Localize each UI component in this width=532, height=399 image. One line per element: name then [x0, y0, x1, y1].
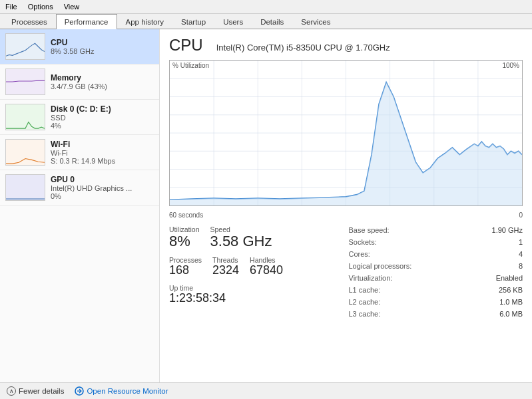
uptime-stat: Up time 1:23:58:34 — [169, 284, 344, 305]
sidebar-item-memory[interactable]: Memory 3.4/7.9 GB (43%) — [0, 65, 159, 100]
content-area: CPU 8% 3.58 GHz Memory 3.4/7.9 GB (43%) — [0, 29, 532, 382]
cpu-thumbnail — [5, 33, 45, 60]
menubar: File Options View — [0, 0, 532, 14]
gpu-info: GPU 0 Intel(R) UHD Graphics ... 0% — [51, 175, 154, 200]
menu-view[interactable]: View — [61, 1, 83, 12]
cpu-title: CPU — [169, 36, 203, 55]
base-speed-key: Base speed: — [349, 226, 390, 234]
l2-val: 1.0 MB — [499, 298, 523, 306]
base-speed-val: 1.90 GHz — [492, 226, 523, 234]
sidebar-item-gpu[interactable]: GPU 0 Intel(R) UHD Graphics ... 0% — [0, 170, 159, 205]
tab-startup[interactable]: Startup — [172, 14, 214, 29]
wifi-thumbnail — [5, 139, 45, 166]
tab-performance[interactable]: Performance — [56, 14, 117, 29]
open-resource-monitor-button[interactable]: Open Resource Monitor — [75, 386, 168, 396]
l3-row: L3 cache: 6.0 MB — [349, 309, 523, 319]
l1-key: L1 cache: — [349, 286, 381, 294]
cores-key: Cores: — [349, 250, 370, 258]
chart-svg — [170, 61, 522, 205]
sidebar-item-disk[interactable]: Disk 0 (C: D: E:) SSD 4% — [0, 100, 159, 135]
cpu-label: CPU — [51, 38, 154, 47]
monitor-icon — [75, 386, 84, 396]
fewer-details-icon: ∧ — [7, 386, 16, 396]
threads-stat: Threads 2324 — [212, 256, 239, 277]
task-manager-window: File Options View Processes Performance … — [0, 0, 532, 399]
l2-key: L2 cache: — [349, 298, 381, 306]
cores-val: 4 — [519, 250, 523, 258]
menu-file[interactable]: File — [3, 1, 20, 12]
cpu-header: CPU Intel(R) Core(TM) i5-8350U CPU @ 1.7… — [169, 36, 523, 55]
memory-info: Memory 3.4/7.9 GB (43%) — [51, 73, 154, 90]
l2-row: L2 cache: 1.0 MB — [349, 297, 523, 307]
l1-row: L1 cache: 256 KB — [349, 285, 523, 295]
fewer-details-label: Fewer details — [19, 387, 64, 395]
gpu-detail2: 0% — [51, 192, 154, 200]
logical-val: 8 — [519, 262, 523, 270]
wifi-info: Wi-Fi Wi-Fi S: 0.3 R: 14.9 Mbps — [51, 140, 154, 165]
tab-details[interactable]: Details — [252, 14, 292, 29]
stats-left: Utilization 8% Speed 3.58 GHz Processes … — [169, 225, 344, 319]
wifi-detail2: S: 0.3 R: 14.9 Mbps — [51, 157, 154, 165]
chart-footer: 60 seconds 0 — [169, 211, 523, 219]
disk-label: Disk 0 (C: D: E:) — [51, 104, 154, 114]
disk-thumbnail — [5, 104, 45, 130]
stats-right: Base speed: 1.90 GHz Sockets: 1 Cores: 4… — [349, 225, 523, 319]
footer: ∧ Fewer details Open Resource Monitor — [0, 382, 532, 399]
speed-value: 3.58 GHz — [210, 233, 272, 249]
virtualization-key: Virtualization: — [349, 274, 393, 282]
tab-bar: Processes Performance App history Startu… — [0, 14, 532, 29]
logical-row: Logical processors: 8 — [349, 261, 523, 271]
wifi-detail1: Wi-Fi — [51, 149, 154, 157]
handles-stat: Handles 67840 — [250, 256, 283, 277]
speed-stat: Speed 3.58 GHz — [210, 225, 272, 249]
l3-key: L3 cache: — [349, 310, 381, 318]
chart-x-label: 60 seconds — [169, 211, 203, 219]
virtualization-val: Enabled — [496, 274, 523, 282]
disk-info: Disk 0 (C: D: E:) SSD 4% — [51, 104, 154, 130]
sidebar-item-cpu[interactable]: CPU 8% 3.58 GHz — [0, 29, 159, 65]
sockets-key: Sockets: — [349, 238, 377, 246]
sidebar: CPU 8% 3.58 GHz Memory 3.4/7.9 GB (43%) — [0, 29, 160, 382]
threads-value: 2324 — [212, 264, 239, 277]
cpu-chart: % Utilization 100% — [169, 60, 523, 206]
tab-app-history[interactable]: App history — [117, 14, 173, 29]
processes-value: 168 — [169, 264, 202, 277]
chart-x-min: 0 — [519, 211, 523, 219]
disk-detail1: SSD — [51, 114, 154, 122]
wifi-label: Wi-Fi — [51, 140, 154, 149]
svg-rect-3 — [6, 140, 45, 165]
disk-detail2: 4% — [51, 122, 154, 130]
proc-threads-group: Processes 168 Threads 2324 Handles 67840 — [169, 256, 344, 277]
virtualization-row: Virtualization: Enabled — [349, 273, 523, 283]
stats-grid: Utilization 8% Speed 3.58 GHz Processes … — [169, 225, 523, 319]
processes-stat: Processes 168 — [169, 256, 202, 277]
fewer-details-button[interactable]: ∧ Fewer details — [7, 386, 64, 396]
sockets-val: 1 — [519, 238, 523, 246]
l3-val: 6.0 MB — [499, 310, 523, 318]
cpu-model: Intel(R) Core(TM) i5-8350U CPU @ 1.70GHz — [216, 43, 390, 53]
tab-users[interactable]: Users — [214, 14, 252, 29]
gpu-label: GPU 0 — [51, 175, 154, 184]
menu-options[interactable]: Options — [25, 1, 56, 12]
logical-key: Logical processors: — [349, 262, 412, 270]
memory-thumbnail — [5, 68, 45, 95]
cpu-info: CPU 8% 3.58 GHz — [51, 38, 154, 55]
utilization-value: 8% — [169, 233, 200, 249]
memory-detail: 3.4/7.9 GB (43%) — [51, 82, 154, 90]
sockets-row: Sockets: 1 — [349, 237, 523, 247]
gpu-thumbnail — [5, 174, 45, 201]
chart-y-max: 100% — [502, 62, 519, 69]
sidebar-item-wifi[interactable]: Wi-Fi Wi-Fi S: 0.3 R: 14.9 Mbps — [0, 135, 159, 170]
tab-processes[interactable]: Processes — [3, 14, 56, 29]
cores-row: Cores: 4 — [349, 249, 523, 259]
chart-y-label: % Utilization — [172, 62, 209, 69]
svg-rect-4 — [6, 175, 45, 200]
svg-rect-2 — [6, 104, 45, 130]
cpu-detail: 8% 3.58 GHz — [51, 47, 154, 55]
gpu-detail1: Intel(R) UHD Graphics ... — [51, 184, 154, 192]
tab-services[interactable]: Services — [292, 14, 339, 29]
uptime-value: 1:23:58:34 — [169, 292, 344, 305]
memory-label: Memory — [51, 73, 154, 82]
open-monitor-label: Open Resource Monitor — [87, 387, 168, 395]
util-speed-group: Utilization 8% Speed 3.58 GHz — [169, 225, 344, 249]
